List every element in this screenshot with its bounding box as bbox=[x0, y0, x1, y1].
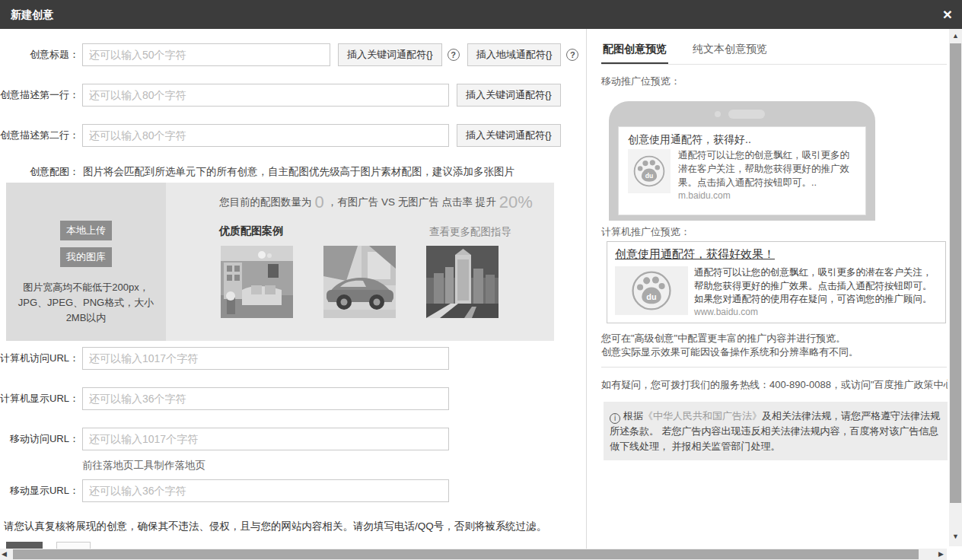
preview-tabs: 配图创意预览 纯文本创意预览 bbox=[601, 41, 947, 65]
creative-image-hint: 图片将会匹配到所选单元下的所有创意，自主配图优先级高于图片素材配图，建议添加多张… bbox=[83, 165, 514, 179]
city-photo-icon bbox=[426, 246, 499, 318]
stats-prefix: 您目前的配图数量为 bbox=[219, 196, 312, 209]
creative-title-label: 创意标题： bbox=[0, 48, 79, 62]
cancel-button[interactable] bbox=[56, 542, 91, 549]
creative-image-row: 创意配图： 图片将会匹配到所选单元下的所有创意，自主配图优先级高于图片素材配图，… bbox=[0, 165, 514, 179]
paw-logo-icon: du bbox=[629, 269, 674, 313]
scroll-down-icon[interactable]: ▼ bbox=[949, 533, 962, 540]
mobile-preview-label: 移动推广位预览： bbox=[601, 75, 680, 88]
car-photo-icon bbox=[323, 246, 396, 318]
paw-logo-icon: du bbox=[632, 154, 667, 189]
example-image-car bbox=[323, 246, 396, 318]
svg-text:du: du bbox=[646, 292, 656, 301]
pc-display-url-row: 计算机显示URL： bbox=[0, 387, 449, 410]
mobile-display-url-input[interactable] bbox=[82, 479, 449, 502]
tab-image-creative-preview[interactable]: 配图创意预览 bbox=[601, 41, 668, 64]
pc-ad-card: 创意使用通配符，获得好效果！ du 通配符可以让您的创意飘红，吸引更多的潜在客户… bbox=[607, 241, 946, 323]
more-image-guide-link[interactable]: 查看更多配图指导 bbox=[429, 225, 511, 239]
phone-speaker-icon bbox=[728, 110, 765, 119]
section-divider bbox=[601, 367, 947, 368]
compliance-review-note: 请您认真复核将展现的创意，确保其不违法、侵权，且与您的网站内容相关。请勿填写电话… bbox=[4, 520, 546, 533]
creative-image-label: 创意配图： bbox=[0, 165, 79, 179]
example-images bbox=[221, 246, 529, 318]
confirm-button[interactable] bbox=[6, 542, 43, 549]
my-gallery-button[interactable]: 我的图库 bbox=[60, 247, 112, 267]
description-line1-row: 创意描述第一行： 插入关键词通配符{} bbox=[0, 84, 561, 107]
image-upload-panel: 本地上传 我的图库 图片宽高均不能低于200px，JPG、JPEG、PNG格式，… bbox=[6, 183, 554, 341]
local-upload-button[interactable]: 本地上传 bbox=[60, 221, 112, 240]
stats-middle: ，有图广告 VS 无图广告 点击率 提升 bbox=[327, 196, 496, 209]
phone-camera-icon bbox=[715, 111, 721, 117]
pc-display-url-label: 计算机显示URL： bbox=[0, 392, 79, 406]
description-line1-input[interactable] bbox=[82, 84, 449, 107]
mobile-display-url-label: 移动显示URL： bbox=[0, 484, 79, 498]
vertical-scrollbar-thumb[interactable] bbox=[950, 43, 961, 503]
mobile-ad-body: 通配符可以让您的创意飘红，吸引更多的潜在客户关注，帮助您获得更好的推广效果。点击… bbox=[678, 149, 856, 189]
creative-title-row: 创意标题： 插入关键词通配符{} ? 插入地域通配符{} ? bbox=[0, 43, 578, 66]
pc-display-url-input[interactable] bbox=[82, 387, 449, 410]
creative-form-panel: 创意标题： 插入关键词通配符{} ? 插入地域通配符{} ? 创意描述第一行： … bbox=[0, 29, 586, 549]
ctr-lift-value: 20% bbox=[499, 192, 533, 212]
upload-requirements-note: 图片宽高均不能低于200px，JPG、JPEG、PNG格式，大小2MB以内 bbox=[6, 280, 166, 326]
scroll-right-icon[interactable]: ▶ bbox=[938, 549, 944, 559]
insert-keyword-wildcard-button[interactable]: 插入关键词通配符{} bbox=[457, 124, 561, 147]
interior-photo-icon bbox=[221, 246, 293, 318]
preview-note-advanced: 您可在"高级创意"中配置更丰富的推广内容并进行预览。 bbox=[601, 332, 858, 345]
description-line2-label: 创意描述第二行： bbox=[0, 129, 79, 142]
mobile-url-label: 移动访问URL： bbox=[0, 432, 79, 446]
pc-url-label: 计算机访问URL： bbox=[0, 352, 79, 365]
description-line2-input[interactable] bbox=[82, 124, 449, 147]
pc-ad-body: 通配符可以让您的创意飘红，吸引更多的潜在客户关注，帮助您获得更好的推广效果。点击… bbox=[694, 266, 938, 307]
legal-notice-box: i根据《中华人民共和国广告法》及相关法律法规，请您严格遵守法律法规所述条款。 若… bbox=[604, 402, 948, 460]
pc-preview-label: 计算机推广位预览： bbox=[601, 225, 690, 239]
insert-keyword-wildcard-button[interactable]: 插入关键词通配符{} bbox=[457, 84, 561, 107]
legal-prefix: 根据 bbox=[623, 410, 643, 422]
baidu-paw-icon: du bbox=[628, 149, 671, 193]
horizontal-scrollbar-thumb[interactable] bbox=[13, 549, 919, 559]
dialog-title: 新建创意 bbox=[11, 0, 53, 29]
mobile-ad-url: m.baidu.com bbox=[678, 190, 856, 201]
creative-title-input[interactable] bbox=[82, 43, 330, 66]
preview-note-display: 创意实际显示效果可能因设备操作系统和分辨率略有不同。 bbox=[601, 345, 858, 359]
preview-notes: 您可在"高级创意"中配置更丰富的推广内容并进行预览。 创意实际显示效果可能因设备… bbox=[601, 332, 858, 359]
help-icon[interactable]: ? bbox=[566, 49, 578, 61]
pc-ad-title: 创意使用通配符，获得好效果！ bbox=[615, 247, 938, 262]
example-image-interior bbox=[221, 246, 293, 318]
landing-page-tool-link[interactable]: 前往落地页工具制作落地页 bbox=[82, 459, 205, 473]
vertical-scrollbar[interactable]: ▲ ▼ bbox=[949, 29, 962, 546]
description-line1-label: 创意描述第一行： bbox=[0, 88, 79, 102]
insert-keyword-wildcard-button[interactable]: 插入关键词通配符{} bbox=[338, 43, 442, 66]
insert-region-wildcard-button[interactable]: 插入地域通配符{} bbox=[467, 43, 562, 66]
mobile-ad-card: 创意使用通配符，获得好.. du 通配符可以让您的创意飘红，吸引更多的潜在客户关… bbox=[618, 126, 866, 215]
phone-mockup: 创意使用通配符，获得好.. du 通配符可以让您的创意飘红，吸引更多的潜在客户关… bbox=[609, 101, 875, 221]
upload-dropzone: 本地上传 我的图库 图片宽高均不能低于200px，JPG、JPEG、PNG格式，… bbox=[6, 183, 166, 341]
example-image-city bbox=[426, 246, 499, 318]
scroll-left-icon[interactable]: ◀ bbox=[2, 549, 7, 559]
service-hotline-note: 如有疑问，您可拨打我们的服务热线：400-890-0088，或访问"百度推广政策… bbox=[601, 378, 948, 392]
baidu-paw-icon: du bbox=[615, 266, 688, 315]
svg-text:du: du bbox=[645, 172, 654, 180]
examples-title: 优质配图案例 bbox=[219, 224, 283, 238]
pc-ad-url: www.baidu.com bbox=[694, 307, 938, 317]
mobile-url-input[interactable] bbox=[82, 428, 449, 450]
preview-panel: 配图创意预览 纯文本创意预览 移动推广位预览： 创意使用通配符，获得好.. du bbox=[587, 29, 948, 549]
mobile-url-row: 移动访问URL： bbox=[0, 428, 449, 450]
mobile-display-url-row: 移动显示URL： bbox=[0, 479, 449, 502]
mobile-ad-title: 创意使用通配符，获得好.. bbox=[628, 133, 856, 147]
image-count-stats: 您目前的配图数量为 0 ，有图广告 VS 无图广告 点击率 提升 20% bbox=[219, 192, 536, 212]
close-icon[interactable]: × bbox=[943, 5, 952, 24]
dialog-titlebar: 新建创意 × bbox=[0, 0, 962, 29]
horizontal-scrollbar[interactable]: ◀ ▶ bbox=[0, 549, 947, 560]
scroll-up-icon[interactable]: ▲ bbox=[949, 32, 962, 40]
description-line2-row: 创意描述第二行： 插入关键词通配符{} bbox=[0, 124, 561, 147]
info-icon: i bbox=[610, 413, 620, 424]
pc-url-input[interactable] bbox=[82, 347, 449, 370]
image-count-value: 0 bbox=[315, 192, 324, 212]
advertising-law-link[interactable]: 《中华人民共和国广告法》 bbox=[643, 410, 762, 422]
help-icon[interactable]: ? bbox=[448, 49, 460, 61]
tab-text-creative-preview[interactable]: 纯文本创意预览 bbox=[691, 41, 769, 64]
pc-url-row: 计算机访问URL： bbox=[0, 347, 449, 370]
